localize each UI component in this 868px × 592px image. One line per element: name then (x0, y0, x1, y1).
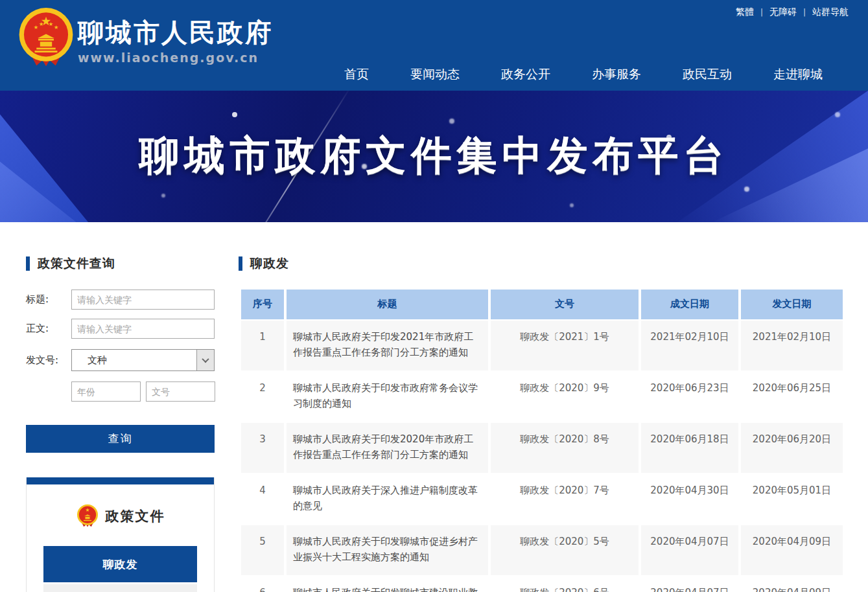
hero-banner: 聊城市政府文件集中发布平台 (0, 91, 868, 222)
column-header-3: 成文日期 (641, 290, 738, 319)
date-published: 2020年04月09日 (741, 525, 843, 575)
svg-text:★: ★ (54, 24, 58, 30)
select-arrow-box[interactable] (196, 350, 214, 370)
row-index: 1 (241, 321, 284, 370)
year-number-row (71, 381, 215, 402)
date-published: 2021年02月10日 (741, 321, 843, 370)
date-published: 2020年04月09日 (741, 576, 843, 592)
row-index: 3 (241, 423, 284, 473)
nav-item-1[interactable]: 要闻动态 (410, 66, 460, 83)
site-identity: 聊城市人民政府 www.liaocheng.gov.cn (78, 17, 273, 65)
column-header-4: 发文日期 (741, 290, 843, 319)
title-field-label: 标题: (26, 293, 71, 306)
policy-box-header: ★ 政策文件 (27, 484, 214, 546)
national-emblem-icon: ★ ★ ★ ★ ★ (16, 6, 76, 69)
document-number: 聊政发〔2020〕9号 (491, 372, 639, 422)
document-title-cell: 聊城市人民政府关于印发聊城市促进乡村产业振兴十大工程实施方案的通知 (287, 525, 488, 575)
site-name: 聊城市人民政府 (78, 17, 273, 48)
nav-item-5[interactable]: 走进聊城 (773, 66, 823, 83)
documents-table: 序号标题文号成文日期发文日期 1聊城市人民政府关于印发2021年市政府工作报告重… (241, 290, 843, 592)
docnum-field-row: 发文号: 文种 (26, 349, 215, 371)
date-written: 2020年04月07日 (641, 576, 738, 592)
table-header-row: 序号标题文号成文日期发文日期 (241, 290, 843, 319)
document-section-title: 聊政发 (250, 255, 289, 272)
utility-links: 繁體|无障碍|站群导航 (736, 6, 849, 18)
body-field-row: 正文: (26, 319, 215, 339)
document-title-link[interactable]: 聊城市人民政府关于深入推进户籍制度改革的意见 (293, 484, 478, 512)
doc-number-input[interactable] (146, 381, 215, 402)
policy-menu-box: ★ 政策文件 聊政发聊政办发 (26, 477, 215, 592)
year-input[interactable] (71, 381, 141, 402)
column-header-2: 文号 (491, 290, 639, 319)
title-field-row: 标题: (26, 290, 215, 310)
document-number: 聊政发〔2021〕1号 (491, 321, 639, 370)
policy-menu: 聊政发聊政办发 (27, 546, 214, 592)
row-index: 6 (241, 576, 284, 592)
date-written: 2020年04月07日 (641, 525, 738, 575)
policy-menu-item-0[interactable]: 聊政发 (43, 546, 197, 582)
nav-item-0[interactable]: 首页 (344, 66, 369, 83)
policy-box-topbar (26, 477, 215, 484)
sidebar: 政策文件查询 标题: 正文: 发文号: 文种 查询 (26, 256, 215, 592)
table-row: 1聊城市人民政府关于印发2021年市政府工作报告重点工作任务部门分工方案的通知聊… (241, 321, 843, 370)
table-row: 4聊城市人民政府关于深入推进户籍制度改革的意见聊政发〔2020〕7号2020年0… (241, 474, 843, 524)
date-published: 2020年06月20日 (741, 423, 843, 473)
document-list-section: 聊政发 序号标题文号成文日期发文日期 1聊城市人民政府关于印发2021年市政府工… (239, 256, 843, 592)
search-panel-title: 政策文件查询 (38, 255, 115, 272)
document-title-link[interactable]: 聊城市人民政府关于印发2021年市政府工作报告重点工作任务部门分工方案的通知 (293, 331, 473, 358)
date-written: 2021年02月10日 (641, 321, 738, 370)
document-section-header: 聊政发 (239, 256, 843, 271)
national-emblem-icon: ★ (76, 504, 99, 528)
site-url: www.liaocheng.gov.cn (78, 51, 273, 65)
column-header-0: 序号 (241, 290, 284, 319)
doc-type-selected-value: 文种 (72, 354, 107, 367)
search-panel-header: 政策文件查询 (26, 256, 215, 271)
chevron-down-icon (202, 356, 209, 363)
date-written: 2020年06月18日 (641, 423, 738, 473)
table-row: 3聊城市人民政府关于印发2020年市政府工作报告重点工作任务部门分工方案的通知聊… (241, 423, 843, 473)
svg-text:★: ★ (85, 507, 89, 513)
link-separator: | (803, 8, 806, 17)
row-index: 2 (241, 372, 284, 422)
nav-item-3[interactable]: 办事服务 (592, 66, 641, 83)
svg-text:★: ★ (39, 21, 43, 27)
utility-link-0[interactable]: 繁體 (736, 6, 754, 18)
document-title-link[interactable]: 聊城市人民政府关于印发市政府常务会议学习制度的通知 (293, 382, 478, 409)
table-row: 6聊城市人民政府关于印发聊城市建设职业教育创新发展高地打造冀鲁豫地区职业教育先行… (241, 576, 843, 592)
document-number: 聊政发〔2020〕6号 (491, 576, 639, 592)
utility-link-2[interactable]: 站群导航 (812, 6, 849, 18)
document-title-link[interactable]: 聊城市人民政府关于印发聊城市建设职业教育创新发展高地打造冀鲁豫地区职业教育先行区… (293, 587, 478, 592)
policy-menu-item-1[interactable]: 聊政办发 (43, 584, 197, 592)
doc-type-select[interactable]: 文种 (71, 349, 215, 371)
title-search-input[interactable] (71, 290, 215, 310)
nav-item-2[interactable]: 政务公开 (501, 66, 550, 83)
section-accent-bar (239, 256, 242, 271)
date-published: 2020年06月25日 (741, 372, 843, 422)
document-number: 聊政发〔2020〕7号 (491, 474, 639, 524)
page-content: 政策文件查询 标题: 正文: 发文号: 文种 查询 (0, 222, 868, 592)
document-title-cell: 聊城市人民政府关于深入推进户籍制度改革的意见 (287, 474, 488, 524)
document-title-cell: 聊城市人民政府关于印发2020年市政府工作报告重点工作任务部门分工方案的通知 (287, 423, 488, 473)
svg-text:★: ★ (49, 21, 53, 27)
row-index: 5 (241, 525, 284, 575)
document-title-link[interactable]: 聊城市人民政府关于印发2020年市政府工作报告重点工作任务部门分工方案的通知 (293, 433, 473, 461)
search-button[interactable]: 查询 (26, 425, 215, 453)
link-separator: | (760, 8, 763, 17)
banner-glow-dots (0, 91, 3, 93)
date-written: 2020年06月23日 (641, 372, 738, 422)
document-number: 聊政发〔2020〕5号 (491, 525, 639, 575)
utility-link-1[interactable]: 无障碍 (769, 6, 797, 18)
date-written: 2020年04月30日 (641, 474, 738, 524)
body-field-label: 正文: (26, 323, 71, 335)
date-published: 2020年05月01日 (741, 474, 843, 524)
nav-item-4[interactable]: 政民互动 (683, 66, 732, 83)
documents-table-body: 1聊城市人民政府关于印发2021年市政府工作报告重点工作任务部门分工方案的通知聊… (241, 321, 843, 592)
site-header: ★ ★ ★ ★ ★ 聊城市人民政府 www.liaocheng.gov.cn 繁… (0, 0, 868, 91)
column-header-1: 标题 (287, 290, 488, 319)
body-search-input[interactable] (71, 319, 215, 339)
document-number: 聊政发〔2020〕8号 (491, 423, 639, 473)
table-row: 2聊城市人民政府关于印发市政府常务会议学习制度的通知聊政发〔2020〕9号202… (241, 372, 843, 422)
document-title-link[interactable]: 聊城市人民政府关于印发聊城市促进乡村产业振兴十大工程实施方案的通知 (293, 536, 478, 563)
row-index: 4 (241, 474, 284, 524)
document-title-cell: 聊城市人民政府关于印发聊城市建设职业教育创新发展高地打造冀鲁豫地区职业教育先行区… (287, 576, 488, 592)
